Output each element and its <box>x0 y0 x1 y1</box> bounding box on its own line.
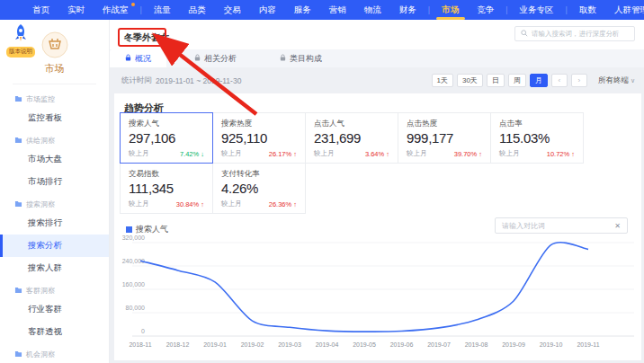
keyword-search-input[interactable]: 请输入搜索词，进行深度分析 <box>514 26 635 41</box>
metric-card-搜索热度[interactable]: 搜索热度925,110较上月26.17% ↑ <box>212 112 306 164</box>
nav-item-实时[interactable]: 实时 <box>58 0 94 20</box>
x-axis-tick: 2018-11 <box>129 341 151 348</box>
next-page-button[interactable]: › <box>571 74 587 87</box>
metric-card-交易指数[interactable]: 交易指数111,345较上月30.84% ↑ <box>120 163 213 214</box>
nav-item-市场[interactable]: 市场 <box>433 0 468 20</box>
folder-icon <box>14 200 22 209</box>
clear-icon[interactable]: ✕ <box>614 222 621 230</box>
range-button-日[interactable]: 日 <box>487 74 505 87</box>
sidebar-item-市场排行[interactable]: 市场排行 <box>0 171 109 193</box>
nav-divider: | <box>563 5 570 14</box>
sidebar-item-行业客群[interactable]: 行业客群 <box>0 298 109 321</box>
sidebar-item-监控看板[interactable]: 监控看板 <box>0 107 109 129</box>
metric-compare-row: 较上月26.17% ↑ <box>221 149 297 158</box>
range-button-30天[interactable]: 30天 <box>457 74 483 87</box>
page-header: 冬季外套女 请输入搜索词，进行深度分析 <box>110 20 644 49</box>
terminal-dropdown[interactable]: 所有终端∨ <box>598 75 635 86</box>
tab-label: 概况 <box>135 53 151 65</box>
metric-change: 30.84% ↑ <box>176 200 204 208</box>
metric-change: 39.70% ↑ <box>454 150 482 158</box>
x-axis-tick: 2019-06 <box>390 341 414 348</box>
x-axis-tick: 2019-03 <box>278 341 301 348</box>
metric-name: 搜索人气 <box>129 119 204 129</box>
nav-divider: | <box>503 5 510 14</box>
x-axis-tick: 2019-09 <box>502 341 525 348</box>
tab-label: 相关分析 <box>204 53 237 65</box>
version-badge[interactable]: 版本说明 <box>6 47 35 58</box>
trend-line-series <box>140 243 588 332</box>
compare-label: 较上月 <box>314 149 335 158</box>
metric-card-点击热度[interactable]: 点击热度999,177较上月39.70% ↑ <box>398 112 491 164</box>
nav-item-财务[interactable]: 财务 <box>390 0 425 20</box>
nav-item-竞争[interactable]: 竞争 <box>468 0 503 20</box>
sidebar-item-客群透视[interactable]: 客群透视 <box>0 321 109 343</box>
metric-value: 115.03% <box>499 130 575 146</box>
rocket-icon <box>12 35 30 45</box>
tab-类目构成[interactable]: 类目构成 <box>264 49 337 67</box>
range-button-月[interactable]: 月 <box>530 74 548 87</box>
stat-time-label: 统计时间 <box>121 75 152 86</box>
sidebar-item-市场大盘[interactable]: 市场大盘 <box>0 148 109 171</box>
keyword-title: 冬季外套女 <box>124 31 169 44</box>
sidebar-item-搜索排行[interactable]: 搜索排行 <box>0 212 109 235</box>
range-button-周[interactable]: 周 <box>508 74 526 87</box>
nav-item-营销[interactable]: 营销 <box>320 0 355 20</box>
compare-label: 较上月 <box>129 149 149 158</box>
top-nav: 首页实时作战室|流量品类交易内容服务营销物流财务|市场竞争|业务专区|取数人群管… <box>0 0 644 20</box>
nav-item-物流[interactable]: 物流 <box>355 0 390 20</box>
sidebar-menu: 市场监控监控看板供给洞察市场大盘市场排行搜索洞察搜索排行搜索分析搜索人群客群洞察… <box>0 88 109 363</box>
nav-item-业务专区[interactable]: 业务专区 <box>511 0 563 20</box>
nav-item-服务[interactable]: 服务 <box>285 0 320 20</box>
sidebar-group-label: 市场监控 <box>26 94 55 104</box>
x-axis-tick: 2019-05 <box>353 341 376 348</box>
lock-icon <box>194 54 201 63</box>
metric-compare-row: 较上月30.84% ↑ <box>129 199 204 208</box>
folder-icon <box>14 287 22 296</box>
sidebar-group-label: 客群洞察 <box>26 286 55 296</box>
nav-item-交易[interactable]: 交易 <box>215 0 250 20</box>
date-range-value[interactable]: 2019-11-01 ~ 2019-11-30 <box>156 76 241 85</box>
nav-item-人群管理[interactable]: 人群管理 <box>605 0 644 20</box>
nav-item-流量[interactable]: 流量 <box>145 0 180 20</box>
chevron-down-icon: ∨ <box>631 77 635 84</box>
nav-item-首页[interactable]: 首页 <box>23 0 58 20</box>
tab-相关分析[interactable]: 相关分析 <box>179 49 252 67</box>
range-button-1天[interactable]: 1天 <box>432 74 453 87</box>
metric-card-点击率[interactable]: 点击率115.03%较上月10.72% ↑ <box>490 112 584 164</box>
sidebar-group-客群洞察: 客群洞察 <box>0 279 109 298</box>
x-axis-tick: 2019-02 <box>241 341 264 348</box>
nav-item-取数[interactable]: 取数 <box>570 0 605 20</box>
sidebar-item-搜索分析[interactable]: 搜索分析 <box>0 235 109 257</box>
search-icon <box>521 30 528 39</box>
metric-name: 点击人气 <box>314 119 389 129</box>
metric-card-点击人气[interactable]: 点击人气231,699较上月3.64% ↑ <box>305 112 398 164</box>
version-widget[interactable]: 版本说明 <box>3 23 39 58</box>
x-axis-tick: 2018-12 <box>166 341 190 348</box>
nav-item-内容[interactable]: 内容 <box>250 0 285 20</box>
sidebar-group-label: 供给洞察 <box>26 136 55 146</box>
metric-name: 交易指数 <box>129 169 204 180</box>
prev-page-button[interactable]: ‹ <box>551 74 568 87</box>
x-axis-tick: 2019-10 <box>540 341 563 348</box>
filter-right: 1天30天日周月‹›所有终端∨ <box>428 74 635 87</box>
sidebar-divider <box>13 84 96 84</box>
metric-card-搜索人气[interactable]: 搜索人气297,106较上月7.42% ↓ <box>120 112 213 164</box>
nav-item-作战室[interactable]: 作战室 <box>94 0 138 20</box>
metric-card-支付转化率[interactable]: 支付转化率4.26%较上月26.36% ↑ <box>212 163 306 214</box>
x-axis-tick: 2019-01 <box>203 341 227 348</box>
tab-概况[interactable]: 概况 <box>110 49 166 67</box>
trend-line-chart[interactable]: 320,000240,000160,00080,00002018-112018-… <box>114 235 640 352</box>
x-axis-tick: 2019-07 <box>427 341 451 348</box>
compare-word-input[interactable]: 请输入对比词 ✕ <box>495 217 628 234</box>
x-axis-tick: 2019-04 <box>316 341 339 348</box>
filter-row: 统计时间 2019-11-01 ~ 2019-11-30 1天30天日周月‹›所… <box>110 67 644 93</box>
metric-value: 231,699 <box>314 130 389 146</box>
sidebar-item-搜索人群[interactable]: 搜索人群 <box>0 257 109 279</box>
nav-item-品类[interactable]: 品类 <box>180 0 215 20</box>
metric-name: 搜索热度 <box>221 119 297 129</box>
legend-label: 搜索人气 <box>136 224 168 235</box>
metric-value: 111,345 <box>129 181 204 196</box>
metric-change: 26.17% ↑ <box>269 150 297 158</box>
sidebar-group-机会洞察: 机会洞察 <box>0 343 109 362</box>
folder-icon <box>14 350 22 359</box>
